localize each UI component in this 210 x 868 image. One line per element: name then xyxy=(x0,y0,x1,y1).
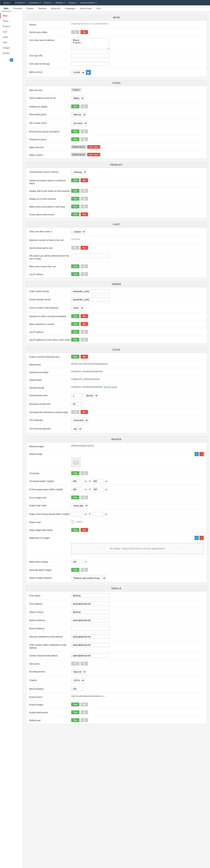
log-ip2-yes-button[interactable]: Yes xyxy=(71,338,79,342)
embed-images-no-button[interactable]: No xyxy=(80,703,88,706)
tab-features[interactable]: Features xyxy=(36,5,49,11)
allow-print-no-button[interactable]: No xyxy=(80,265,88,268)
csv-sep-select[interactable]: Semicolon xyxy=(71,418,89,423)
product-width-input[interactable] xyxy=(71,487,83,492)
reply-name-input[interactable] xyxy=(71,610,109,614)
variant-select[interactable]: Replace main product imag... xyxy=(71,576,106,580)
embed-attach-no-button[interactable]: No xyxy=(80,710,88,714)
contact-input[interactable] xyxy=(71,653,109,658)
opacity-input[interactable] xyxy=(71,560,83,564)
round-yes-button[interactable]: Yes xyxy=(71,129,79,133)
coupons-after-badge[interactable]: After taxes xyxy=(87,153,100,156)
reply-address-input[interactable] xyxy=(71,618,109,622)
word-wrap-input[interactable] xyxy=(71,687,83,691)
coupons-before-badge[interactable]: Before taxes xyxy=(71,153,86,156)
sidebar-item-cart[interactable]: Cart xyxy=(0,29,23,34)
force-size-yes-button[interactable]: Yes xyxy=(71,496,79,499)
address-type-select[interactable]: Billing xyxy=(71,96,84,100)
log-ip-order-no-button[interactable]: No xyxy=(80,330,88,334)
product-height-input[interactable] xyxy=(92,487,103,492)
currency-select[interactable]: € EUR xyxy=(71,70,85,75)
group-options-yes-button[interactable]: Yes xyxy=(71,212,79,216)
thumb-height-input[interactable] xyxy=(92,479,103,483)
thumbnail-no-button[interactable]: No xyxy=(80,471,88,475)
sync-no-button[interactable]: No xyxy=(80,246,88,250)
enable-download-no-button[interactable]: No xyxy=(80,355,88,359)
force-size-no-button[interactable]: No xyxy=(80,496,88,499)
store-address-textarea[interactable]: Rhone France xyxy=(71,38,109,50)
group-options-no-button[interactable]: No xyxy=(80,212,88,216)
embed-images-yes-button[interactable]: Yes xyxy=(71,703,79,706)
nav-system[interactable]: System ▼ xyxy=(2,2,14,4)
floating-yes-button[interactable]: Yes xyxy=(71,137,79,141)
from-address-input[interactable] xyxy=(71,602,109,606)
help-button[interactable]: ? xyxy=(9,58,13,62)
keep-images-yes-button[interactable]: Yes xyxy=(71,528,79,532)
order-creation-input[interactable] xyxy=(71,643,109,647)
floating-no-button[interactable]: No xyxy=(80,137,88,141)
sidebar-item-images[interactable]: Images xyxy=(0,45,23,51)
round-no-button[interactable]: No xyxy=(80,129,88,133)
embed-attach-yes-button[interactable]: Yes xyxy=(71,710,79,714)
encoding-select[interactable]: Base 64 xyxy=(71,670,86,674)
vat-check-select[interactable]: No check xyxy=(71,121,87,125)
nav-products[interactable]: Products ▼ xyxy=(14,2,27,4)
detailed-tax-no-button[interactable]: No xyxy=(80,104,88,108)
thumbnail-yes-button[interactable]: Yes xyxy=(71,471,79,475)
resize-height-input[interactable] xyxy=(92,512,103,516)
redirect-url-input[interactable] xyxy=(71,254,109,258)
add-names-no-button[interactable]: No xyxy=(80,662,88,665)
tab-main[interactable]: Main xyxy=(2,5,11,11)
show-taxed-select[interactable]: With tax xyxy=(71,112,86,117)
purchased-download-yes-button[interactable]: Yes xyxy=(71,410,79,414)
display-out-yes-button[interactable]: Yes xyxy=(71,197,79,200)
download-limit-input[interactable] xyxy=(71,394,83,398)
allow-reorder-no-button[interactable]: No xyxy=(80,322,88,326)
discounts-after-badge[interactable]: After taxes xyxy=(87,145,100,149)
from-name-input[interactable] xyxy=(71,593,109,598)
default-image-add-button[interactable]: + xyxy=(195,452,199,456)
nav-documentation[interactable]: Documentation ▼ xyxy=(79,2,98,4)
update-stock-yes-button[interactable]: Yes xyxy=(71,178,79,182)
charset-select[interactable]: UTF-8 xyxy=(71,678,84,683)
store-offline-no-button[interactable]: No xyxy=(80,30,88,34)
download-limit-unit-select[interactable]: Months xyxy=(84,393,98,398)
update-stock-no-button[interactable]: No xyxy=(80,178,88,182)
webp-yes-button[interactable]: Yes xyxy=(71,568,79,572)
keep-images-no-button[interactable]: No xyxy=(80,528,88,532)
clean-cart-select[interactable]: created xyxy=(71,229,85,234)
watermark-remove-button[interactable]: − xyxy=(200,536,204,540)
payment-notif-input[interactable] xyxy=(71,634,109,639)
sidebar-item-taxes[interactable]: Taxes xyxy=(0,18,23,24)
detailed-tax-yes-button[interactable]: Yes xyxy=(71,104,79,108)
store-offline-yes-button[interactable]: Yes xyxy=(71,30,79,34)
sidebar-item-order[interactable]: Order xyxy=(0,34,23,40)
allow-print-yes-button[interactable]: Yes xyxy=(71,265,79,268)
tab-advanced[interactable]: Advanced xyxy=(49,5,63,11)
tab-display[interactable]: Display xyxy=(25,5,36,11)
log-ip2-no-button[interactable]: No xyxy=(80,338,88,342)
allow-reorder-yes-button[interactable]: Yes xyxy=(71,322,79,326)
payment-unpaid-yes-button[interactable]: Yes xyxy=(71,314,79,318)
invoice-number-input[interactable] xyxy=(71,298,109,302)
nav-display[interactable]: Display ▼ xyxy=(67,2,79,4)
log-ip-order-yes-button[interactable]: Yes xyxy=(71,330,79,334)
see-report-link[interactable]: See the report xyxy=(104,386,117,388)
purchased-download-no-button[interactable]: No xyxy=(80,410,88,414)
tab-languages[interactable]: Languages xyxy=(63,5,77,11)
characteristics-select[interactable]: Ordering xyxy=(71,170,87,175)
multiple-part-yes-button[interactable]: Yes xyxy=(71,718,79,722)
sync-yes-button[interactable]: Yes xyxy=(71,246,79,250)
watermark-add-button[interactable]: + xyxy=(195,536,199,540)
default-image-remove-button[interactable]: − xyxy=(200,452,204,456)
bounce-input[interactable] xyxy=(71,626,109,630)
sidebar-item-product[interactable]: Product xyxy=(0,24,23,29)
discounts-before-badge[interactable]: Before taxes xyxy=(71,145,86,149)
image-scale-select[interactable]: Keep ratio xyxy=(71,503,88,508)
resize-width-input[interactable] xyxy=(71,512,83,516)
sidebar-item-files[interactable]: Files xyxy=(0,40,23,45)
make-assoc-yes-button[interactable]: Yes xyxy=(71,205,79,208)
webp-no-button[interactable]: No xyxy=(80,568,88,572)
tab-access-level[interactable]: Access level xyxy=(77,5,94,11)
thumb-width-input[interactable] xyxy=(71,479,83,483)
